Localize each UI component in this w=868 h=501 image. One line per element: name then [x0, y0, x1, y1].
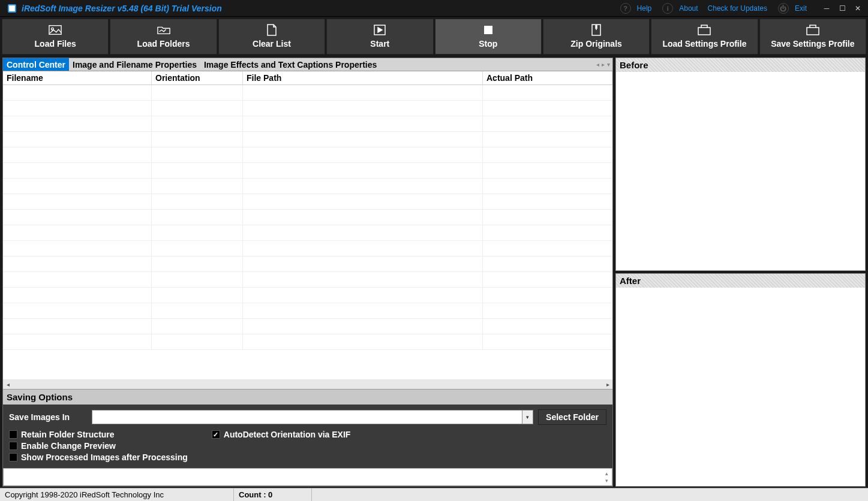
help-link[interactable]: Help [637, 4, 652, 13]
about-link[interactable]: About [679, 4, 698, 13]
help-icon: ? [620, 3, 631, 14]
image-file-icon [49, 25, 62, 35]
zip-originals-label: Zip Originals [570, 39, 622, 49]
table-row [3, 241, 612, 256]
load-files-label: Load Files [35, 39, 76, 49]
close-button[interactable]: ✕ [850, 2, 866, 15]
clear-list-label: Clear List [253, 39, 291, 49]
saving-options-title: Saving Options [3, 390, 612, 405]
grid-body[interactable] [3, 85, 612, 379]
stop-label: Stop [479, 39, 497, 49]
table-row [3, 256, 612, 272]
col-orientation[interactable]: Orientation [152, 71, 243, 84]
tab-dropdown-icon[interactable]: ▾ [607, 61, 610, 68]
table-row [3, 319, 612, 334]
table-row [3, 85, 612, 101]
zip-originals-button[interactable]: Zip Originals [543, 19, 650, 55]
document-icon [265, 25, 278, 35]
play-icon [373, 25, 386, 35]
save-profile-button[interactable]: Save Settings Profile [759, 19, 866, 55]
table-row [3, 147, 612, 163]
log-scroll-up-icon[interactable]: ▴ [602, 470, 611, 477]
power-icon: ⏻ [778, 3, 789, 14]
titlebar: iRedSoft Image Resizer v5.48 (64 Bit) Tr… [0, 0, 868, 17]
table-row [3, 132, 612, 147]
before-preview-panel: Before [615, 58, 866, 271]
svg-point-3 [52, 28, 54, 30]
table-row [3, 179, 612, 194]
save-path-input[interactable] [92, 410, 522, 424]
stop-icon [482, 25, 495, 35]
file-grid: Filename Orientation File Path Actual Pa… [3, 71, 612, 389]
table-row [3, 272, 612, 288]
scroll-right-icon[interactable]: ▸ [603, 381, 612, 388]
start-label: Start [370, 39, 389, 49]
save-path-dropdown-icon[interactable]: ▾ [522, 410, 533, 424]
after-preview-panel: After [615, 273, 866, 487]
autodetect-label: AutoDetect Orientation via EXIF [224, 430, 351, 439]
count-text: Count : 0 [234, 488, 312, 501]
save-profile-label: Save Settings Profile [771, 39, 854, 49]
table-row [3, 116, 612, 132]
tab-image-properties[interactable]: Image and Filename Properties [69, 58, 200, 71]
app-title: iRedSoft Image Resizer v5.48 (64 Bit) Tr… [22, 4, 222, 13]
updates-link[interactable]: Check for Updates [708, 4, 767, 13]
col-filename[interactable]: Filename [3, 71, 152, 84]
svg-rect-1 [9, 5, 15, 11]
app-icon [6, 2, 18, 14]
tab-scroll-right-icon[interactable]: ▸ [602, 61, 605, 68]
select-folder-button[interactable]: Select Folder [538, 409, 606, 425]
table-row [3, 210, 612, 225]
table-row [3, 225, 612, 241]
tab-image-effects[interactable]: Image Effects and Text Captions Properti… [200, 58, 380, 71]
table-row [3, 303, 612, 319]
col-actualpath[interactable]: Actual Path [483, 71, 612, 84]
before-title: Before [616, 58, 865, 72]
tab-scroll-left-icon[interactable]: ◂ [596, 61, 599, 68]
after-preview-area [616, 288, 865, 486]
after-title: After [616, 274, 865, 288]
tab-control-center[interactable]: Control Center [3, 58, 69, 71]
horizontal-scrollbar[interactable]: ◂ ▸ [3, 379, 612, 389]
load-folders-label: Load Folders [137, 39, 190, 49]
tabbar: Control Center Image and Filename Proper… [3, 58, 612, 71]
retain-folder-label: Retain Folder Structure [21, 430, 115, 439]
saving-options-panel: Saving Options Save Images In ▾ Select F… [3, 389, 612, 468]
log-output[interactable]: ▴ ▾ [3, 468, 612, 486]
table-row [3, 194, 612, 210]
col-filepath[interactable]: File Path [243, 71, 483, 84]
info-icon: i [662, 3, 673, 14]
before-preview-area [616, 72, 865, 270]
show-processed-checkbox[interactable]: Show Processed Images after Processing [9, 452, 188, 462]
start-button[interactable]: Start [326, 19, 433, 55]
load-profile-label: Load Settings Profile [662, 39, 746, 49]
maximize-button[interactable]: ☐ [834, 2, 850, 15]
autodetect-checkbox[interactable]: AutoDetect Orientation via EXIF [212, 430, 351, 439]
clear-list-button[interactable]: Clear List [218, 19, 325, 55]
table-row [3, 163, 612, 179]
toolbar: Load Files Load Folders Clear List Start… [0, 17, 868, 56]
load-profile-button[interactable]: Load Settings Profile [651, 19, 758, 55]
table-row [3, 334, 612, 350]
retain-folder-checkbox[interactable]: Retain Folder Structure [9, 430, 188, 439]
enable-preview-checkbox[interactable]: Enable Change Preview [9, 441, 188, 451]
minimize-button[interactable]: ─ [819, 2, 834, 15]
exit-link[interactable]: Exit [795, 4, 807, 13]
save-images-in-label: Save Images In [9, 412, 87, 422]
save-profile-icon [806, 25, 819, 35]
enable-preview-label: Enable Change Preview [21, 441, 116, 451]
copyright-text: Copyright 1998-2020 iRedSoft Technology … [0, 488, 234, 501]
load-files-button[interactable]: Load Files [2, 19, 109, 55]
table-row [3, 288, 612, 303]
load-profile-icon [698, 25, 711, 35]
zip-icon [590, 25, 603, 35]
svg-rect-5 [484, 26, 492, 34]
folder-icon [157, 25, 170, 35]
log-scroll-down-icon[interactable]: ▾ [602, 477, 611, 484]
table-row [3, 101, 612, 116]
statusbar: Copyright 1998-2020 iRedSoft Technology … [0, 488, 868, 501]
load-folders-button[interactable]: Load Folders [110, 19, 217, 55]
svg-rect-7 [807, 28, 819, 35]
scroll-left-icon[interactable]: ◂ [3, 381, 13, 388]
stop-button[interactable]: Stop [435, 19, 542, 55]
